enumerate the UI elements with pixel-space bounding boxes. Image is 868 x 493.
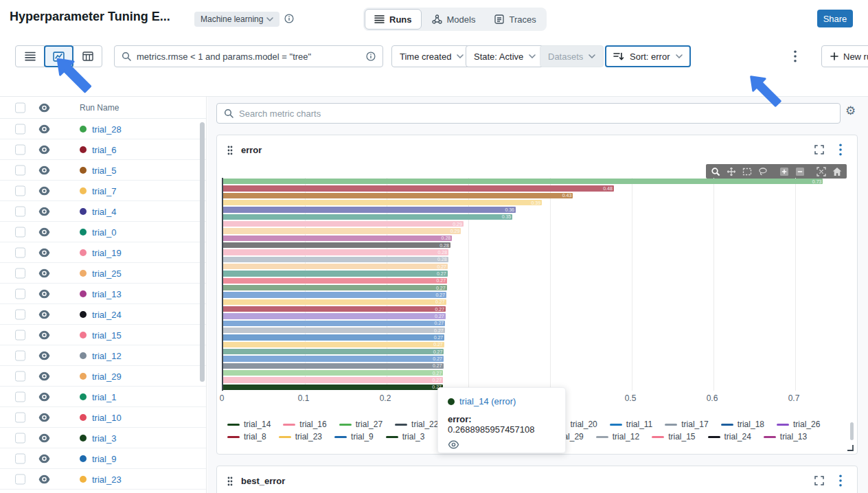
legend-item-trial_3[interactable]: trial_3 <box>386 432 425 442</box>
row-checkbox[interactable] <box>15 185 25 196</box>
row-checkbox[interactable] <box>15 165 25 175</box>
bar-trial_5[interactable]: 0.43 <box>223 193 573 198</box>
bar-trial_22[interactable]: 0.27 <box>223 363 444 369</box>
card-resize-handle-icon[interactable] <box>847 444 854 451</box>
legend-scrollbar[interactable] <box>850 422 854 440</box>
bar-trial_24[interactable]: 0.28 <box>223 242 450 248</box>
row-checkbox[interactable] <box>15 309 25 319</box>
overflow-menu-button[interactable] <box>791 50 799 62</box>
bar-trial_17[interactable]: 0.27 <box>223 328 445 333</box>
bar-trial_23[interactable]: 0.27 <box>223 299 446 305</box>
visibility-eye-icon[interactable] <box>38 227 50 236</box>
fullscreen-icon[interactable] <box>814 476 824 485</box>
reset-axes-icon[interactable] <box>830 165 844 177</box>
box-select-icon[interactable] <box>740 165 754 177</box>
bar-trial_16[interactable]: 0.27 <box>223 377 443 382</box>
fullscreen-icon[interactable] <box>814 145 824 154</box>
run-name-link[interactable]: trial_4 <box>92 206 116 216</box>
run-name-link[interactable]: trial_10 <box>92 412 122 422</box>
row-checkbox[interactable] <box>15 371 25 381</box>
run-name-link[interactable]: trial_25 <box>92 268 122 278</box>
bar-trial_14[interactable]: 0.27 <box>223 385 443 390</box>
run-name-link[interactable]: trial_7 <box>92 185 116 196</box>
legend-item-trial_12[interactable]: trial_12 <box>596 432 639 442</box>
legend-item-trial_22[interactable]: trial_22 <box>395 420 438 429</box>
pan-icon[interactable] <box>724 165 738 177</box>
list-view-toggle[interactable] <box>15 45 45 67</box>
share-button[interactable]: Share <box>817 10 853 27</box>
zoom-in-icon[interactable] <box>777 165 791 177</box>
runs-list-scrollbar[interactable] <box>200 122 205 382</box>
run-name-link[interactable]: trial_1 <box>92 391 116 402</box>
visibility-eye-icon[interactable] <box>38 433 50 442</box>
tab-traces[interactable]: Traces <box>486 9 545 30</box>
select-all-checkbox[interactable] <box>15 102 25 113</box>
visibility-eye-icon[interactable] <box>38 371 50 380</box>
visibility-eye-icon[interactable] <box>38 186 50 195</box>
legend-item-trial_18[interactable]: trial_18 <box>721 420 764 429</box>
bar-trial_12[interactable]: 0.28 <box>223 257 448 262</box>
bar-trial_9[interactable]: 0.27 <box>223 292 446 297</box>
row-checkbox[interactable] <box>15 288 25 299</box>
bar-trial_10[interactable]: 0.27 <box>223 278 447 284</box>
table-view-toggle[interactable] <box>73 45 102 67</box>
bar-trial_29[interactable]: 0.27 <box>223 264 448 269</box>
visibility-eye-icon[interactable] <box>38 103 50 112</box>
legend-item-trial_13[interactable]: trial_13 <box>764 432 807 442</box>
legend-item-trial_17[interactable]: trial_17 <box>665 420 708 429</box>
run-name-link[interactable]: trial_29 <box>92 371 122 381</box>
row-checkbox[interactable] <box>15 268 25 278</box>
row-checkbox[interactable] <box>15 350 25 360</box>
row-checkbox[interactable] <box>15 247 25 257</box>
legend-item-trial_8[interactable]: trial_8 <box>227 432 266 442</box>
bar-trial_13[interactable]: 0.28 <box>223 236 452 241</box>
experiment-tag-dropdown[interactable]: Machine learning <box>194 12 279 27</box>
gear-icon[interactable]: ⚙ <box>845 105 856 117</box>
bar-trial_27[interactable]: 0.27 <box>223 370 443 376</box>
bar-trial_1[interactable]: 0.27 <box>223 271 448 276</box>
legend-item-trial_26[interactable]: trial_26 <box>777 420 820 429</box>
legend-item-trial_9[interactable]: trial_9 <box>334 432 374 442</box>
visibility-eye-icon[interactable] <box>38 310 50 319</box>
visibility-eye-icon[interactable] <box>38 124 50 133</box>
state-active-dropdown[interactable]: State: Active <box>466 45 544 67</box>
row-checkbox[interactable] <box>15 206 25 216</box>
run-name-link[interactable]: trial_15 <box>92 330 122 340</box>
bar-trial_28[interactable]: 0.73 <box>223 179 823 184</box>
bar-trial_18[interactable]: 0.27 <box>223 334 444 340</box>
visibility-eye-icon[interactable] <box>38 248 50 257</box>
bar-trial_7[interactable]: 0.39 <box>223 200 542 205</box>
sort-error-dropdown[interactable]: Sort: error <box>605 45 691 67</box>
bar-trial_0[interactable]: 0.35 <box>223 214 512 220</box>
run-name-link[interactable]: trial_28 <box>92 124 122 134</box>
visibility-eye-icon[interactable] <box>38 165 50 174</box>
run-name-link[interactable]: trial_5 <box>92 165 116 175</box>
row-checkbox[interactable] <box>15 330 25 340</box>
run-name-link[interactable]: trial_24 <box>92 309 122 319</box>
bar-trial_19[interactable]: 0.29 <box>223 221 464 227</box>
legend-item-trial_15[interactable]: trial_15 <box>652 432 695 442</box>
tab-models[interactable]: Models <box>423 9 485 30</box>
bar-trial_20[interactable]: 0.27 <box>223 342 444 347</box>
bar-trial_25[interactable]: 0.29 <box>223 228 461 233</box>
runs-search-input[interactable] <box>137 51 361 62</box>
visibility-eye-icon[interactable] <box>38 392 50 401</box>
row-checkbox[interactable] <box>15 144 25 154</box>
run-name-link[interactable]: trial_19 <box>92 247 122 257</box>
run-name-link[interactable]: trial_12 <box>92 350 122 360</box>
visibility-eye-icon[interactable] <box>38 330 50 339</box>
drag-handle-icon[interactable] <box>227 146 233 155</box>
bar-trial_4[interactable]: 0.36 <box>223 207 516 212</box>
legend-item-trial_14[interactable]: trial_14 <box>227 420 271 429</box>
chart-view-toggle[interactable] <box>44 45 73 67</box>
run-name-link[interactable]: trial_13 <box>92 288 122 299</box>
new-run-button[interactable]: New run <box>821 45 868 67</box>
row-checkbox[interactable] <box>15 474 25 484</box>
zoom-out-icon[interactable] <box>793 165 807 177</box>
legend-item-trial_11[interactable]: trial_11 <box>610 420 652 429</box>
zoom-icon[interactable] <box>709 165 722 177</box>
run-name-link[interactable]: trial_3 <box>92 433 116 443</box>
run-name-link[interactable]: trial_9 <box>92 453 116 463</box>
legend-item-trial_23[interactable]: trial_23 <box>279 432 322 442</box>
bar-trial_8[interactable]: 0.27 <box>223 306 446 312</box>
